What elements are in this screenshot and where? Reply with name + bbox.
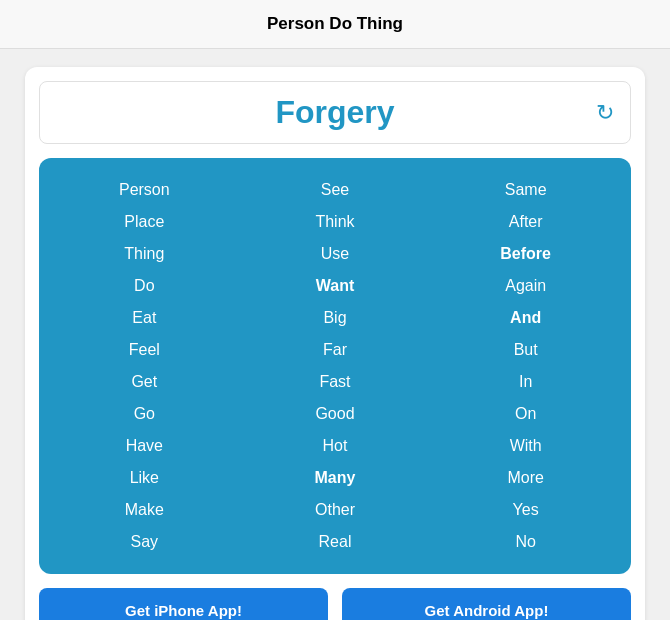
word-item[interactable]: Go: [49, 400, 240, 428]
word-item[interactable]: Think: [240, 208, 431, 236]
word-item[interactable]: Say: [49, 528, 240, 556]
iphone-button[interactable]: Get iPhone App!: [39, 588, 328, 620]
word-item[interactable]: Eat: [49, 304, 240, 332]
word-item[interactable]: More: [430, 464, 621, 492]
word-item[interactable]: Make: [49, 496, 240, 524]
word-item[interactable]: With: [430, 432, 621, 460]
word-item[interactable]: Same: [430, 176, 621, 204]
word-item[interactable]: Far: [240, 336, 431, 364]
word-item[interactable]: No: [430, 528, 621, 556]
word-item[interactable]: Other: [240, 496, 431, 524]
word-item[interactable]: Have: [49, 432, 240, 460]
word-item[interactable]: See: [240, 176, 431, 204]
header-row: Forgery ↻: [39, 81, 631, 144]
word-item[interactable]: Fast: [240, 368, 431, 396]
word-item[interactable]: Want: [240, 272, 431, 300]
word-item[interactable]: Good: [240, 400, 431, 428]
word-item[interactable]: After: [430, 208, 621, 236]
word-item[interactable]: Feel: [49, 336, 240, 364]
word-item[interactable]: In: [430, 368, 621, 396]
word-item[interactable]: Like: [49, 464, 240, 492]
word-item[interactable]: Hot: [240, 432, 431, 460]
refresh-icon[interactable]: ↻: [596, 100, 614, 126]
word-item[interactable]: On: [430, 400, 621, 428]
header-title: Forgery: [56, 94, 614, 131]
word-item[interactable]: Get: [49, 368, 240, 396]
word-item[interactable]: Again: [430, 272, 621, 300]
word-item[interactable]: Yes: [430, 496, 621, 524]
word-item[interactable]: Place: [49, 208, 240, 236]
word-item[interactable]: Thing: [49, 240, 240, 268]
word-item[interactable]: Use: [240, 240, 431, 268]
main-container: Forgery ↻ PersonSeeSamePlaceThinkAfterTh…: [25, 67, 645, 620]
words-grid: PersonSeeSamePlaceThinkAfterThingUseBefo…: [49, 176, 621, 556]
app-title: Person Do Thing: [267, 14, 403, 33]
word-item[interactable]: Real: [240, 528, 431, 556]
word-item[interactable]: Before: [430, 240, 621, 268]
android-button[interactable]: Get Android App!: [342, 588, 631, 620]
words-grid-container: PersonSeeSamePlaceThinkAfterThingUseBefo…: [39, 158, 631, 574]
word-item[interactable]: But: [430, 336, 621, 364]
word-item[interactable]: Do: [49, 272, 240, 300]
word-item[interactable]: Many: [240, 464, 431, 492]
word-item[interactable]: And: [430, 304, 621, 332]
title-bar: Person Do Thing: [0, 0, 670, 49]
buttons-row: Get iPhone App! Get Android App!: [39, 588, 631, 620]
word-item[interactable]: Big: [240, 304, 431, 332]
word-item[interactable]: Person: [49, 176, 240, 204]
